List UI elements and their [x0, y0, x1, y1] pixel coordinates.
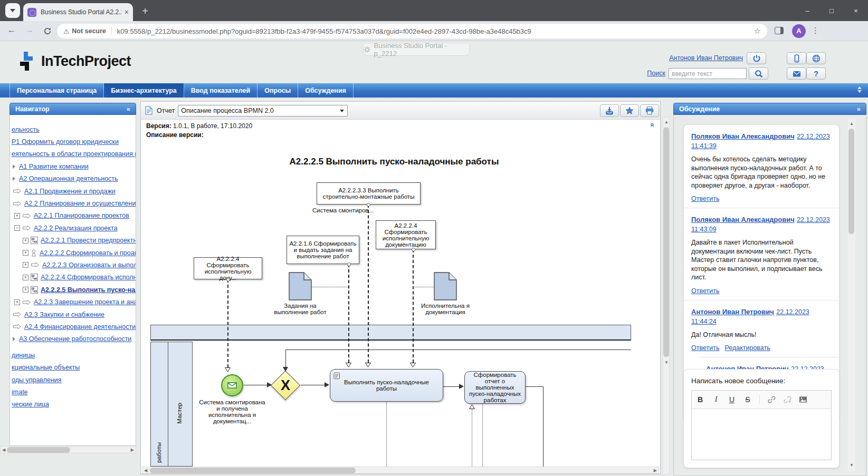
collapse-up-icon[interactable]: «	[648, 123, 657, 127]
bold-button[interactable]: B	[696, 395, 704, 404]
tree-item[interactable]: А2.2 Планирование и осуществление пр	[10, 197, 136, 209]
new-tab-button[interactable]: +	[138, 4, 152, 18]
tree-item-link[interactable]: А2.3 Закупки и снабжение	[24, 311, 104, 318]
tree-item-link[interactable]: А2.2 Планирование и осуществление пр	[24, 200, 136, 207]
tree-item-link[interactable]: А2.2.1 Планирование проектов	[34, 212, 129, 219]
insert-image-icon[interactable]	[799, 395, 807, 404]
side-panel-icon[interactable]	[775, 27, 784, 34]
nav-tab-personal-page[interactable]: Персональная страница	[9, 83, 104, 98]
browser-profile-avatar[interactable]: A	[792, 24, 806, 38]
tree-item-link[interactable]: Р1 Оформить договор юридически	[12, 138, 119, 145]
not-secure-badge[interactable]: ⚠Not secure	[63, 27, 112, 35]
message-start-event[interactable]	[221, 374, 243, 396]
window-maximize-button[interactable]: □	[819, 0, 844, 21]
tree-item-link[interactable]: кциональные объекты	[12, 364, 80, 371]
tree-item[interactable]: оды управления	[10, 374, 136, 386]
tree-item[interactable]: диницы	[10, 349, 136, 361]
message-textarea[interactable]	[692, 409, 831, 460]
document-shape-tasks[interactable]	[289, 272, 312, 300]
search-button[interactable]	[749, 67, 768, 80]
mobile-version-button[interactable]	[787, 52, 806, 64]
expand-arrow-icon[interactable]	[13, 337, 15, 341]
tree-item[interactable]: А2.2.2.1 Провести предпроектное	[10, 235, 136, 247]
message-author-link[interactable]: Антонов Иван Петрович	[691, 308, 774, 316]
tree-item[interactable]: А1 Развитие компании	[10, 160, 136, 172]
tree-item[interactable]: А2.2.2 Реализация проекта	[10, 222, 136, 234]
print-button[interactable]	[640, 104, 659, 117]
bookmark-star-icon[interactable]: ☆	[754, 26, 761, 36]
expand-plus-icon[interactable]	[23, 238, 28, 244]
tree-item[interactable]: А2.2.2.3 Организовать и выполнит	[10, 259, 136, 271]
task-perform-commissioning[interactable]: Выполнить пуско-наладочные работы	[330, 369, 443, 402]
diagram-horizontal-scrollbar[interactable]: ◀ ▶	[142, 467, 659, 474]
tree-item-link[interactable]: диницы	[12, 352, 35, 359]
tree-item[interactable]: ельность	[10, 123, 136, 135]
search-link[interactable]: Поиск	[647, 70, 665, 77]
scroll-up-arrow[interactable]: ▲	[664, 119, 669, 125]
process-box-exec-doc[interactable]: А2.2.2.4 Сформировать исполнительную док…	[376, 220, 436, 249]
bpmn-diagram-canvas[interactable]: А2.2.2.5 Выполнить пуско-наладочные рабо…	[141, 139, 660, 467]
collapse-left-icon[interactable]: «	[127, 105, 130, 113]
underline-button[interactable]: U	[728, 395, 736, 404]
tree-item[interactable]: А2.2.2.4 Сформировать исполните	[10, 271, 136, 284]
expand-plus-icon[interactable]	[14, 299, 20, 305]
task-create-report[interactable]: Сформировать отчет о выполненных пуско-н…	[464, 371, 526, 404]
expand-plus-icon[interactable]	[23, 250, 28, 256]
reply-link[interactable]: Ответить	[691, 287, 719, 295]
strikethrough-button[interactable]: S	[743, 395, 752, 404]
address-bar[interactable]: ⚠Not secure k09:5558/p_2212/businessmode…	[57, 24, 767, 38]
tree-item-link[interactable]: оды управления	[12, 376, 62, 384]
reply-link[interactable]: Ответить	[691, 195, 719, 202]
tree-item-link[interactable]: А2.1 Продвижение и продажи	[24, 188, 116, 195]
scroll-right-arrow[interactable]: ▶	[654, 467, 657, 474]
report-vertical-scrollbar[interactable]: ▲ ▼	[662, 117, 670, 474]
tree-item-link[interactable]: А2.2.3 Завершение проекта и анализ	[34, 298, 136, 306]
report-select[interactable]: Описание процесса BPMN 2.0	[178, 105, 348, 116]
expand-plus-icon[interactable]	[23, 275, 28, 280]
tree-item-link[interactable]: А2.2.2.3 Организовать и выполнит	[42, 261, 136, 269]
nav-tab-surveys[interactable]: Опросы	[257, 83, 298, 98]
scrollbar-thumb[interactable]	[848, 129, 854, 234]
scrollbar-thumb[interactable]	[663, 127, 669, 357]
tree-item[interactable]: кциональные объекты	[10, 361, 136, 373]
message-author-link[interactable]: Поляков Иван Александрович	[691, 216, 795, 224]
tree-item-link[interactable]: А2.2.2.1 Провести предпроектное	[41, 237, 136, 244]
tree-item[interactable]: Р1 Оформить договор юридически	[10, 135, 136, 148]
help-button[interactable]: ?	[806, 67, 826, 80]
tree-item-link[interactable]: А2.4 Финансирование деятельности и р	[24, 323, 136, 331]
remove-link-icon[interactable]	[783, 395, 791, 404]
tree-item-link[interactable]: А2.2.2.5 Выполнить пуско-налад	[41, 286, 136, 294]
scrollbar-thumb[interactable]	[7, 447, 70, 453]
back-button[interactable]: ←	[7, 25, 16, 35]
process-box-exec-doc-left[interactable]: А2.2.2.4 Сформировать исполнительную док…	[194, 257, 262, 279]
tree-item[interactable]: А2.3 Закупки и снабжение	[10, 308, 136, 320]
tree-item[interactable]: еятельность в области проектирования и м…	[10, 148, 136, 160]
tree-item-link[interactable]: А2 Операционная деятельность	[19, 175, 118, 182]
browser-menu-icon[interactable]: ⋮	[812, 26, 819, 35]
expand-arrow-icon[interactable]	[13, 164, 15, 169]
logout-button[interactable]	[747, 52, 766, 64]
search-input[interactable]	[669, 68, 747, 79]
tree-item-link[interactable]: еятельность в области проектирования и м…	[12, 150, 136, 158]
collapse-minus-icon[interactable]	[14, 225, 20, 231]
tree-item-link[interactable]: А1 Развитие компании	[19, 163, 89, 170]
tree-item[interactable]: А2.2.1 Планирование проектов	[10, 210, 136, 222]
scroll-left-arrow[interactable]: ◀	[2, 446, 5, 453]
tree-item-selected[interactable]: А2.2.2.5 Выполнить пуско-налад	[10, 284, 136, 296]
language-button[interactable]	[806, 52, 826, 64]
discussion-scrollbar[interactable]: ▲ ▼	[848, 119, 855, 471]
edit-link[interactable]: Редактировать	[724, 344, 770, 352]
forward-button[interactable]: →	[25, 25, 34, 35]
tree-item[interactable]: А3 Обеспечение работоспособности	[10, 333, 136, 345]
expand-arrow-icon[interactable]	[13, 177, 15, 181]
tree-item[interactable]: ческие лица	[10, 399, 136, 411]
tree-item[interactable]: А2.2.3 Завершение проекта и анализ	[10, 296, 136, 308]
window-close-button[interactable]: ×	[844, 0, 868, 21]
sidebar-horizontal-scrollbar[interactable]: ◀ ▶	[0, 446, 136, 453]
tree-item[interactable]: imate	[10, 386, 136, 398]
tree-item[interactable]: А2.4 Финансирование деятельности и р	[10, 320, 136, 333]
message-author-link[interactable]: Поляков Иван Александрович	[691, 132, 795, 140]
scroll-right-arrow[interactable]: ▶	[131, 446, 134, 453]
document-shape-exec[interactable]	[434, 272, 457, 300]
tree-item[interactable]: А2 Операционная деятельность	[10, 173, 136, 185]
